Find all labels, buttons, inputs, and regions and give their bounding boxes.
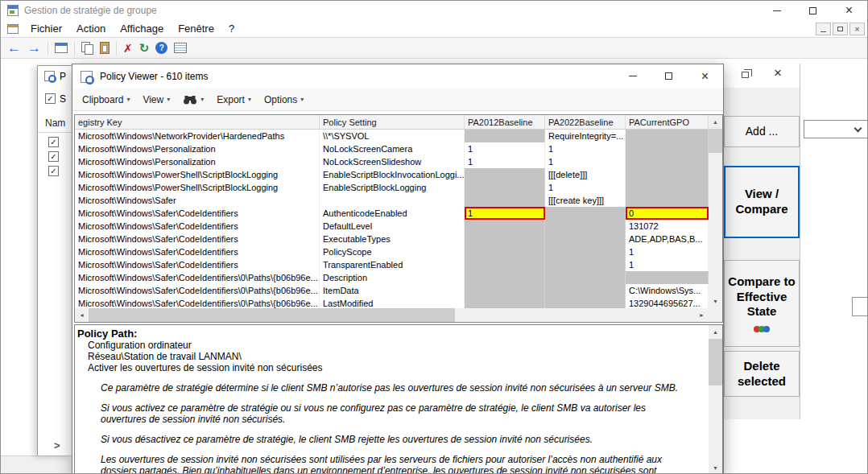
table-vertical-scrollbar[interactable]: ▲ ▼ [709,115,722,308]
table-cell[interactable] [320,194,465,207]
mdi-restore-button[interactable] [833,23,848,35]
table-cell[interactable] [626,271,709,284]
table-cell[interactable]: 1 [465,207,545,220]
view-menu-button[interactable]: View ▾ [143,94,170,105]
table-cell[interactable]: NoLockScreenCamera [320,142,465,155]
table-row[interactable]: Microsoft\Windows\Safer\CodeIdentifiersE… [75,233,709,245]
maximize-button[interactable] [651,64,687,88]
clipboard-menu-button[interactable]: Clipboard ▾ [82,94,130,105]
table-cell[interactable] [545,284,626,297]
table-row[interactable]: Microsoft\Windows\Safer\CodeIdentifiersT… [75,258,709,271]
table-cell[interactable]: Microsoft\Windows\PowerShell\ScriptBlock… [75,168,320,181]
table-cell[interactable]: DefaultLevel [320,220,465,233]
table-cell[interactable]: NoLockScreenSlideshow [320,155,465,168]
table-cell[interactable]: C:\Windows\Sys... [626,284,709,297]
table-cell[interactable]: EnableScriptBlockLogging [320,181,465,194]
table-row[interactable]: Microsoft\Windows\Safer\CodeIdentifiersP… [75,245,709,258]
table-cell[interactable]: 1 [545,155,626,168]
table-cell[interactable]: Microsoft\Windows\Safer\CodeIdentifiers [75,233,320,245]
scroll-left-icon[interactable]: ◄ [75,308,89,322]
paste-icon[interactable] [100,42,110,54]
scroll-down-icon[interactable]: ▼ [709,295,722,308]
menu-fichier[interactable]: Fichier [23,20,69,37]
table-cell[interactable]: 0 [626,207,709,220]
table-cell[interactable]: Microsoft\Windows\Safer\CodeIdentifiers [75,245,320,258]
table-horizontal-scrollbar[interactable]: ◄ ► [75,308,709,322]
table-cell[interactable]: ADE,ADP,BAS,B... [626,233,709,245]
table-cell[interactable]: [[[create key]]] [545,194,626,207]
scroll-up-icon[interactable]: ▲ [709,115,722,129]
table-cell[interactable]: Microsoft\Windows\PowerShell\ScriptBlock… [75,181,320,194]
delete-icon[interactable]: ✗ [123,43,133,54]
minimize-button[interactable] [758,1,795,20]
column-header-registry-key[interactable]: egistry Key [75,115,320,130]
table-cell[interactable]: Microsoft\Windows\Personalization [75,142,320,155]
table-cell[interactable] [545,233,626,245]
menu-affichage[interactable]: Affichage [113,20,171,37]
find-menu-button[interactable]: ▾ [183,95,204,105]
restore-icon[interactable] [742,72,749,78]
row-checkbox[interactable]: ✓ [48,137,59,147]
table-cell[interactable] [626,168,709,181]
compare-effective-button[interactable]: Compare to Effective State [724,260,800,347]
scrollbar-thumb[interactable] [709,339,722,385]
table-cell[interactable]: Microsoft\Windows\Safer\CodeIdentifiers [75,258,320,271]
policy-path-scrollbar[interactable]: ▲ ▼ [709,325,722,474]
table-cell[interactable] [465,297,545,308]
table-cell[interactable] [626,194,709,207]
table-cell[interactable]: Microsoft\Windows\NetworkProvider\Harden… [75,130,320,142]
table-row[interactable]: Microsoft\Windows\Safer\CodeIdentifiers\… [75,271,709,284]
table-row[interactable]: Microsoft\Windows\Safer\CodeIdentifiersD… [75,220,709,233]
table-cell[interactable]: Microsoft\Windows\Personalization [75,155,320,168]
table-cell[interactable]: 1 [626,245,709,258]
menu-action[interactable]: Action [69,20,113,37]
table-cell[interactable] [545,220,626,233]
table-row[interactable]: Microsoft\Windows\Safer[[[create key]]] [75,194,709,207]
table-cell[interactable] [465,233,545,245]
row-checkbox[interactable]: ✓ [48,166,59,176]
back-icon[interactable]: ← [7,41,21,55]
maximize-button[interactable] [795,1,831,20]
menu-fenetre[interactable]: Fenêtre [171,20,221,37]
table-cell[interactable]: 131072 [626,220,709,233]
column-header-pa2022baseline[interactable]: PA2022Baseline [545,115,626,130]
ruleset-dropdown[interactable] [804,120,868,138]
mdi-minimize-button[interactable] [816,23,831,35]
table-cell[interactable]: Description [320,271,465,284]
table-row[interactable]: Microsoft\Windows\Safer\CodeIdentifiers\… [75,284,709,297]
table-cell[interactable]: Microsoft\Windows\Safer [75,194,320,207]
show-console-tree-icon[interactable] [55,43,68,53]
delete-selected-button[interactable]: Delete selected [724,351,800,397]
copy-icon[interactable] [81,42,93,54]
table-row[interactable]: Microsoft\Windows\NetworkProvider\Harden… [75,130,709,142]
browse-button-fragment[interactable] [852,297,868,316]
table-cell[interactable] [626,155,709,168]
table-cell[interactable]: RequireIntegrity=... [545,130,626,142]
table-cell[interactable] [626,130,709,142]
table-row[interactable]: Microsoft\Windows\PowerShell\ScriptBlock… [75,168,709,181]
table-cell[interactable] [545,258,626,271]
table-cell[interactable]: 1 [465,142,545,155]
table-cell[interactable]: Microsoft\Windows\Safer\CodeIdentifiers [75,220,320,233]
select-all-checkbox[interactable]: ✓ [45,93,56,104]
row-checkbox[interactable]: ✓ [48,151,59,162]
table-cell[interactable]: PolicyScope [320,245,465,258]
options-menu-button[interactable]: Options ▾ [264,94,304,105]
column-header-policy-setting[interactable]: Policy Setting [320,115,465,130]
close-button[interactable]: × [687,64,723,88]
table-row[interactable]: Microsoft\Windows\Safer\CodeIdentifiers\… [75,297,709,308]
export-list-icon[interactable] [174,43,187,53]
table-cell[interactable] [465,220,545,233]
table-row[interactable]: Microsoft\Windows\PersonalizationNoLockS… [75,155,709,168]
table-cell[interactable]: ItemData [320,284,465,297]
close-icon[interactable]: × [774,66,782,80]
refresh-icon[interactable]: ↻ [139,42,150,54]
table-cell[interactable] [465,284,545,297]
table-cell[interactable]: Microsoft\Windows\Safer\CodeIdentifiers [75,207,320,220]
scroll-right-icon[interactable]: ► [695,308,709,322]
table-cell[interactable] [465,258,545,271]
name-column-header[interactable]: Nam [45,117,65,129]
table-cell[interactable] [465,194,545,207]
table-cell[interactable] [545,207,626,220]
table-cell[interactable] [626,142,709,155]
